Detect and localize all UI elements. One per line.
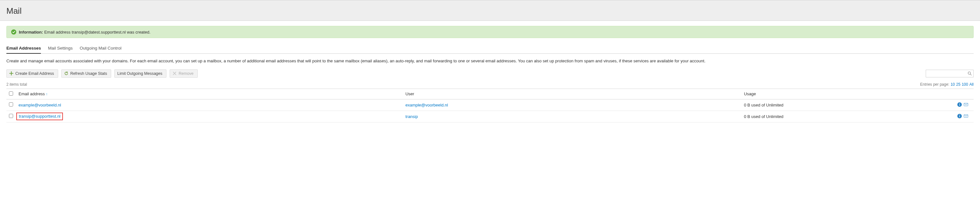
select-all-checkbox[interactable] <box>9 91 13 96</box>
refresh-usage-stats-button[interactable]: Refresh Usage Stats <box>61 69 111 78</box>
info-icon[interactable] <box>957 113 962 120</box>
info-banner-label: Information: <box>19 30 43 35</box>
svg-rect-8 <box>959 116 960 117</box>
tabs: Email Addresses Mail Settings Outgoing M… <box>6 44 974 54</box>
page-description: Create and manage email accounts associa… <box>6 58 974 64</box>
column-header-email[interactable]: Email address↑ <box>19 91 48 96</box>
entries-per-page-label: Entries per page: <box>920 82 949 87</box>
column-header-user[interactable]: User <box>403 89 741 99</box>
svg-rect-4 <box>959 104 960 106</box>
sort-ascending-icon: ↑ <box>46 92 48 96</box>
remove-button[interactable]: Remove <box>170 69 198 78</box>
webmail-icon[interactable] <box>963 102 969 108</box>
highlight-box: transip@supporttest.nl <box>16 113 63 120</box>
info-banner: Information: Email address transip@dates… <box>6 26 974 38</box>
info-icon[interactable] <box>957 102 962 108</box>
email-address-link[interactable]: transip@supporttest.nl <box>19 114 60 119</box>
info-banner-text: Email address transip@datest.supporttest… <box>44 30 150 35</box>
user-link[interactable]: transip <box>405 114 418 119</box>
usage-text: 0 B used of Unlimited <box>741 111 955 122</box>
svg-point-5 <box>959 103 960 104</box>
entries-option-25[interactable]: 25 <box>956 82 960 87</box>
create-email-address-button[interactable]: Create Email Address <box>6 69 58 78</box>
limit-outgoing-messages-label: Limit Outgoing Messages <box>117 71 162 76</box>
create-email-address-label: Create Email Address <box>15 71 54 76</box>
search-input[interactable] <box>926 70 974 77</box>
remove-label: Remove <box>178 71 194 76</box>
page-title: Mail <box>6 6 974 16</box>
svg-point-9 <box>959 115 960 115</box>
column-header-usage[interactable]: Usage <box>741 89 955 99</box>
entries-option-10[interactable]: 10 <box>951 82 955 87</box>
entries-option-100[interactable]: 100 <box>962 82 968 87</box>
items-total-text: 2 items total <box>6 82 27 87</box>
refresh-usage-stats-label: Refresh Usage Stats <box>70 71 107 76</box>
webmail-icon[interactable] <box>963 113 969 120</box>
tab-outgoing-mail-control[interactable]: Outgoing Mail Control <box>80 44 122 53</box>
check-circle-icon <box>11 29 16 35</box>
column-header-email-label: Email address <box>19 91 45 96</box>
table-row: transip@supporttest.nl transip 0 B used … <box>6 111 974 122</box>
tab-email-addresses[interactable]: Email Addresses <box>6 44 41 54</box>
refresh-icon <box>64 71 68 75</box>
email-address-link[interactable]: example@voorbeeld.nl <box>19 103 61 107</box>
table-row: example@voorbeeld.nl example@voorbeeld.n… <box>6 99 974 111</box>
email-table: Email address↑ User Usage example@voorbe… <box>6 89 974 123</box>
tab-mail-settings[interactable]: Mail Settings <box>48 44 73 53</box>
row-checkbox[interactable] <box>9 102 13 107</box>
limit-outgoing-messages-button[interactable]: Limit Outgoing Messages <box>115 69 166 78</box>
usage-text: 0 B used of Unlimited <box>741 99 955 111</box>
row-checkbox[interactable] <box>9 114 13 118</box>
user-link[interactable]: example@voorbeeld.nl <box>405 103 448 107</box>
plus-icon <box>9 71 13 75</box>
search-icon[interactable] <box>967 71 972 76</box>
search-box <box>926 70 974 77</box>
toolbar: Create Email Address Refresh Usage Stats… <box>6 69 974 78</box>
remove-icon <box>172 71 177 75</box>
entries-option-all[interactable]: All <box>969 82 974 87</box>
svg-line-2 <box>970 74 972 75</box>
svg-point-0 <box>11 29 16 35</box>
